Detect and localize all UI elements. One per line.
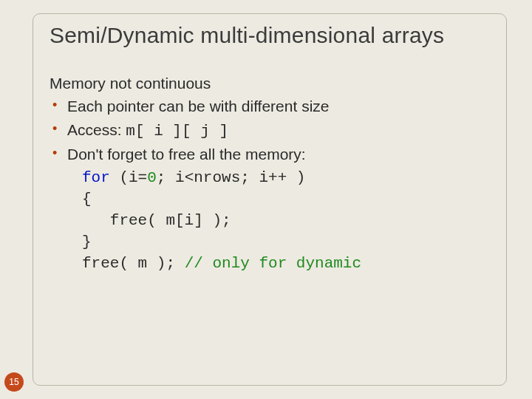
code-keyword: for xyxy=(82,169,110,186)
list-item: Access: m[ i ][ j ] xyxy=(50,120,490,142)
code-block: for (i=0; i<nrows; i++ ) { free( m[i] );… xyxy=(82,168,490,275)
code-number: 0 xyxy=(147,169,157,186)
slide: Semi/Dynamic multi-dimensional arrays Me… xyxy=(0,0,532,399)
bullet-prefix: Access: xyxy=(67,121,126,138)
code-text: } xyxy=(82,233,92,250)
bullet-list: Each pointer can be with different size … xyxy=(50,96,490,165)
code-text: (i= xyxy=(110,169,147,186)
code-text: ; i<nrows; i++ ) xyxy=(157,169,306,186)
code-text: { xyxy=(82,191,92,208)
page-number-badge: 15 xyxy=(4,372,24,392)
slide-inner: Semi/Dynamic multi-dimensional arrays Me… xyxy=(33,13,507,386)
bullet-text: Each pointer can be with different size xyxy=(67,98,330,115)
list-item: Each pointer can be with different size xyxy=(50,96,490,117)
lead-text: Memory not continuous xyxy=(50,73,490,94)
slide-body: Memory not continuous Each pointer can b… xyxy=(50,73,490,275)
inline-code: m[ i ][ j ] xyxy=(126,123,228,140)
code-text: free( m ); xyxy=(82,255,185,272)
bullet-text: Don't forget to free all the memory: xyxy=(67,146,306,163)
code-comment: // only for dynamic xyxy=(185,255,361,272)
slide-title: Semi/Dynamic multi-dimensional arrays xyxy=(50,23,490,48)
code-text: free( m[i] ); xyxy=(82,212,231,229)
list-item: Don't forget to free all the memory: xyxy=(50,144,490,165)
